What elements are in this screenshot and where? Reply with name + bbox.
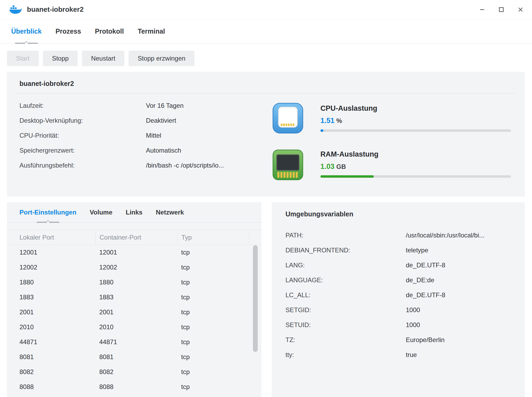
container-port-cell: 44871 [99, 338, 181, 346]
env-var-value: teletype [406, 247, 428, 254]
tab-label: Protokoll [95, 27, 124, 35]
detail-label: Speichergrenzwert: [19, 147, 146, 154]
local-port-cell: 12002 [19, 264, 99, 271]
main-tab[interactable]: Protokoll [95, 19, 124, 43]
container-port-cell: 1880 [99, 279, 181, 286]
table-row: 2001 2001 tcp [7, 305, 261, 320]
type-cell: tcp [181, 249, 261, 256]
detail-row: CPU-Priorität: Mittel [19, 128, 224, 143]
overview-panel: buanet-iobroker2 Laufzeit: Vor 16 Tagen … [7, 72, 525, 197]
local-port-cell: 12001 [19, 249, 99, 256]
type-cell: tcp [181, 293, 261, 301]
port-table-header: Lokaler PortContainer-PortTyp [7, 230, 261, 245]
env-var-row: TZ: Europe/Berlin [285, 332, 517, 347]
panel-tab[interactable]: Volume [90, 202, 112, 222]
detail-value: Mittel [146, 132, 161, 139]
env-var-name: SETUID: [285, 321, 406, 329]
container-port-cell: 2010 [99, 323, 181, 331]
port-settings-panel: Port-EinstellungenVolumeLinksNetzwerk Lo… [7, 202, 261, 397]
env-var-name: TZ: [285, 336, 406, 344]
type-cell: tcp [181, 308, 261, 316]
table-row: 2010 2010 tcp [7, 320, 261, 335]
env-var-value: 1000 [406, 321, 420, 329]
ram-value-unit: GB [336, 163, 346, 170]
container-port-cell: 2001 [99, 308, 181, 316]
env-var-name: SETGID: [285, 306, 406, 314]
button-label: Stopp [52, 55, 69, 62]
button-label: Stopp erzwingen [138, 55, 185, 62]
action-button[interactable]: Stopp [43, 51, 78, 66]
action-button[interactable]: Stopp erzwingen [129, 51, 194, 66]
detail-label: Desktop-Verknüpfung: [19, 117, 146, 124]
container-detail-window: buanet-iobroker2 ÜberblickProzessProtoko… [0, 0, 532, 397]
type-cell: tcp [181, 338, 261, 346]
main-tab[interactable]: Prozess [55, 19, 81, 43]
panel-tab-label: Links [126, 209, 142, 216]
local-port-cell: 2001 [19, 308, 99, 316]
env-var-name: LANGUAGE: [285, 276, 406, 284]
cpu-value-unit: % [336, 117, 342, 124]
tab-label: Überblick [11, 27, 42, 35]
type-cell: tcp [181, 383, 261, 391]
vertical-scrollbar-thumb[interactable] [253, 245, 258, 352]
detail-value: Vor 16 Tagen [146, 102, 184, 109]
table-row: 1883 1883 tcp [7, 290, 261, 305]
button-label: Start [16, 55, 30, 62]
close-button[interactable] [517, 6, 524, 13]
env-var-value: de_DE.UTF-8 [406, 261, 445, 269]
panel-tab-label: Port-Einstellungen [19, 209, 76, 216]
env-var-name: DEBIAN_FRONTEND: [285, 247, 406, 254]
tab-label: Terminal [138, 27, 165, 35]
main-tab[interactable]: Überblick [11, 19, 42, 43]
environment-variables-list: PATH: /usr/local/sbin:/usr/local/bi... D… [285, 228, 517, 362]
minimize-button[interactable] [479, 6, 486, 13]
container-name-heading: buanet-iobroker2 [19, 80, 74, 88]
panel-tab[interactable]: Port-Einstellungen [19, 202, 76, 222]
window-titlebar: buanet-iobroker2 [0, 0, 532, 19]
panel-tab[interactable]: Netzwerk [156, 202, 184, 222]
type-cell: tcp [181, 279, 261, 286]
ram-usage-value: 1.03GB [320, 162, 346, 171]
env-var-value: /usr/local/sbin:/usr/local/bi... [406, 232, 485, 239]
env-var-row: tty: true [285, 347, 517, 362]
main-tab[interactable]: Terminal [138, 19, 165, 43]
env-var-value: de_DE.UTF-8 [406, 291, 445, 299]
local-port-cell: 8082 [19, 368, 99, 376]
environment-variables-heading: Umgebungsvariablen [285, 210, 353, 218]
port-table-column-header: Container-Port [96, 230, 178, 245]
cpu-usage-value: 1.51% [320, 117, 342, 125]
container-port-cell: 8088 [99, 383, 181, 391]
detail-value: Deaktiviert [146, 117, 176, 124]
table-row: 12001 12001 tcp [7, 245, 261, 260]
panel-tab-label: Volume [90, 209, 112, 216]
cpu-usage-bar-fill [320, 129, 323, 132]
env-var-row: PATH: /usr/local/sbin:/usr/local/bi... [285, 228, 517, 243]
table-row: 8082 8082 tcp [7, 364, 261, 379]
cpu-chip-icon [272, 102, 304, 136]
env-var-row: LANGUAGE: de_DE:de [285, 273, 517, 288]
detail-row: Laufzeit: Vor 16 Tagen [19, 98, 224, 113]
type-cell: tcp [181, 353, 261, 361]
main-tabs: ÜberblickProzessProtokollTerminal [0, 19, 532, 43]
ram-usage-title: RAM-Auslastung [320, 150, 379, 158]
env-var-value: 1000 [406, 306, 420, 314]
container-port-cell: 12001 [99, 249, 181, 256]
action-button[interactable]: Neustart [82, 51, 124, 66]
container-port-cell: 8082 [99, 368, 181, 376]
env-var-value: de_DE:de [406, 276, 434, 284]
detail-label: CPU-Priorität: [19, 132, 146, 139]
table-row: 1880 1880 tcp [7, 275, 261, 290]
action-button[interactable]: Start [7, 51, 39, 66]
env-var-name: PATH: [285, 232, 406, 239]
detail-row: Speichergrenzwert: Automatisch [19, 143, 224, 158]
table-row: 8088 8088 tcp [7, 379, 261, 394]
docker-logo-icon [9, 5, 22, 15]
env-var-name: LC_ALL: [285, 291, 406, 299]
ram-chip-icon [272, 149, 304, 182]
window-title: buanet-iobroker2 [27, 5, 84, 14]
type-cell: tcp [181, 368, 261, 376]
env-var-row: DEBIAN_FRONTEND: teletype [285, 243, 517, 258]
maximize-button[interactable] [498, 6, 505, 13]
panel-tab[interactable]: Links [126, 202, 142, 222]
ram-usage-bar [320, 175, 511, 178]
